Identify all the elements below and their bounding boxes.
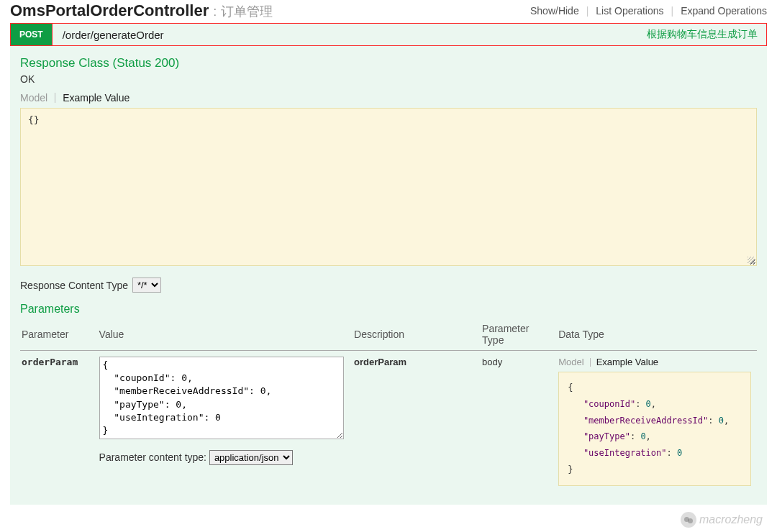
controller-header: OmsPortalOrderController : 订单管理 Show/Hid… [10,0,767,23]
param-type: body [482,357,502,367]
separator: | [671,5,674,17]
param-value-input[interactable] [99,357,344,439]
model-example-tabs: Model Example Value [20,92,757,104]
th-parameter-type: Parameter Type [481,320,557,351]
th-description: Description [353,320,481,351]
response-content-type-label: Response Content Type [20,280,128,291]
operation-summary: 根据购物车信息生成订单 [647,28,758,41]
th-parameter: Parameter [20,320,98,351]
param-description: orderParam [354,357,406,367]
show-hide-link[interactable]: Show/Hide [530,5,579,17]
response-example-content: {} [28,114,40,125]
expand-operations-link[interactable]: Expand Operations [681,5,767,17]
resize-handle-icon[interactable] [748,257,755,264]
operation-body: Response Class (Status 200) OK Model Exa… [10,46,767,505]
param-name: orderParam [22,357,78,367]
tab-separator [55,93,55,103]
datatype-example-box[interactable]: { "couponId": 0, "memberReceiveAddressId… [558,372,751,486]
controller-separator: : [213,4,217,19]
separator: | [586,5,589,17]
list-operations-link[interactable]: List Operations [596,5,663,17]
parameters-table: Parameter Value Description Parameter Ty… [20,320,757,492]
datatype-tab-model[interactable]: Model [558,357,583,367]
response-class-title: Response Class (Status 200) [20,56,757,70]
datatype-tab-example[interactable]: Example Value [596,357,658,367]
tab-model[interactable]: Model [20,92,47,104]
th-data-type: Data Type [557,320,757,351]
response-content-type-select[interactable]: */* [132,278,161,293]
tab-separator [590,358,591,367]
tab-example-value[interactable]: Example Value [63,92,130,104]
response-example-box[interactable]: {} [20,108,757,266]
param-content-type-select[interactable]: application/json [209,450,293,465]
th-value: Value [98,320,353,351]
controller-description: 订单管理 [221,3,273,20]
table-row: orderParam Parameter content type: appli… [20,351,757,492]
param-content-type-label: Parameter content type: [99,451,206,463]
controller-name[interactable]: OmsPortalOrderController [10,1,209,20]
response-status-text: OK [20,73,757,85]
parameters-title: Parameters [20,303,757,316]
http-method-badge: POST [11,24,53,45]
operation-bar[interactable]: POST /order/generateOrder 根据购物车信息生成订单 [10,23,767,46]
